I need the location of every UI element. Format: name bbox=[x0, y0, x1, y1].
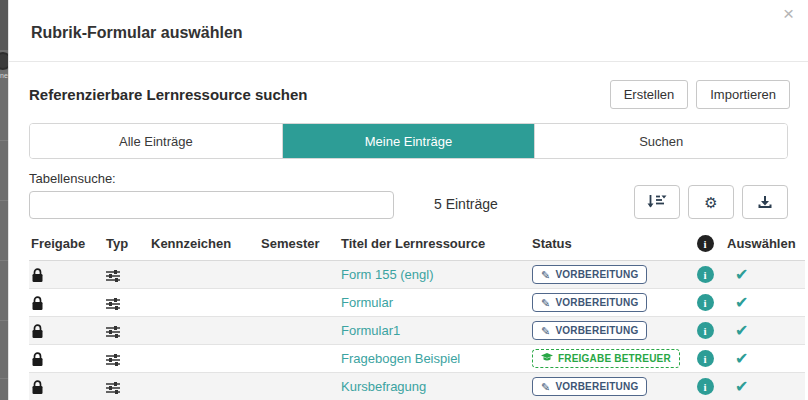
status-badge: ✎ VORBEREITUNG bbox=[532, 265, 647, 284]
backdrop-line bbox=[0, 140, 8, 141]
select-check-icon[interactable]: ✔ bbox=[727, 293, 748, 312]
status-cell: ✎ VORBEREITUNG bbox=[530, 373, 685, 400]
table-header-row: Freigabe Typ Kennzeichen Semester Titel … bbox=[29, 229, 805, 261]
backdrop-line bbox=[0, 378, 8, 379]
tab-my-entries[interactable]: Meine Einträge bbox=[283, 124, 536, 158]
pencil-icon: ✎ bbox=[541, 270, 550, 280]
row-info-icon[interactable]: i bbox=[697, 322, 714, 339]
resource-title-link[interactable]: Formular1 bbox=[341, 323, 400, 338]
select-check-icon[interactable]: ✔ bbox=[727, 321, 748, 340]
resource-title-link[interactable]: Fragebogen Beispiel bbox=[341, 351, 460, 366]
lock-icon bbox=[31, 352, 44, 367]
typ-cell bbox=[104, 373, 149, 400]
info-icon: i bbox=[697, 235, 714, 252]
lock-icon bbox=[31, 268, 44, 283]
semester-cell bbox=[259, 261, 339, 289]
backdrop-line bbox=[0, 200, 8, 201]
status-badge: ✎ VORBEREITUNG bbox=[532, 293, 647, 312]
table-row: Fragebogen Beispiel FREIGABE BETREUER i … bbox=[29, 345, 805, 373]
select-check-icon[interactable]: ✔ bbox=[727, 377, 748, 396]
create-button[interactable]: Erstellen bbox=[610, 80, 689, 109]
col-semester: Semester bbox=[259, 229, 339, 261]
typ-cell bbox=[104, 289, 149, 317]
table-row: Form 155 (engl) ✎ VORBEREITUNG i ✔ bbox=[29, 261, 805, 289]
dialog-header: Rubrik-Formular auswählen × bbox=[9, 0, 808, 62]
status-cell: FREIGABE BETREUER bbox=[530, 345, 685, 373]
lock-icon bbox=[31, 380, 44, 395]
table-row: Kursbefragung ✎ VORBEREITUNG i ✔ bbox=[29, 373, 805, 400]
backdrop-partial-text: ne bbox=[0, 72, 8, 80]
resource-title-link[interactable]: Kursbefragung bbox=[341, 379, 426, 394]
freigabe-cell bbox=[29, 261, 104, 289]
kennzeichen-cell bbox=[149, 289, 259, 317]
typ-cell bbox=[104, 317, 149, 345]
page-backdrop: ne bbox=[0, 0, 8, 400]
status-cell: ✎ VORBEREITUNG bbox=[530, 317, 685, 345]
entry-count: 5 Einträge bbox=[434, 196, 498, 212]
typ-cell bbox=[104, 345, 149, 373]
row-info-icon[interactable]: i bbox=[697, 294, 714, 311]
freigabe-cell bbox=[29, 345, 104, 373]
row-info-icon[interactable]: i bbox=[697, 350, 714, 367]
table-row: Formular ✎ VORBEREITUNG i ✔ bbox=[29, 289, 805, 317]
freigabe-cell bbox=[29, 373, 104, 400]
semester-cell bbox=[259, 289, 339, 317]
col-auswaehlen: Auswählen bbox=[725, 229, 805, 261]
resource-title-link[interactable]: Form 155 (engl) bbox=[341, 267, 433, 282]
backdrop-line bbox=[0, 320, 8, 321]
typ-cell bbox=[104, 261, 149, 289]
learning-resources-table: Freigabe Typ Kennzeichen Semester Titel … bbox=[29, 229, 805, 400]
sort-amount-icon bbox=[646, 194, 668, 210]
status-badge: ✎ VORBEREITUNG bbox=[532, 377, 647, 396]
entries-tab-bar: Alle Einträge Meine Einträge Suchen bbox=[29, 123, 788, 159]
kennzeichen-cell bbox=[149, 261, 259, 289]
resource-title-link[interactable]: Formular bbox=[341, 295, 393, 310]
table-row: Formular1 ✎ VORBEREITUNG i ✔ bbox=[29, 317, 805, 345]
semester-cell bbox=[259, 317, 339, 345]
sliders-icon bbox=[106, 270, 120, 282]
backdrop-band bbox=[0, 0, 8, 50]
semester-cell bbox=[259, 373, 339, 400]
col-freigabe: Freigabe bbox=[29, 229, 104, 261]
row-info-icon[interactable]: i bbox=[697, 378, 714, 395]
graduation-cap-icon bbox=[541, 353, 553, 364]
sliders-icon bbox=[106, 382, 120, 394]
row-info-icon[interactable]: i bbox=[697, 266, 714, 283]
pencil-icon: ✎ bbox=[541, 382, 550, 392]
select-check-icon[interactable]: ✔ bbox=[727, 265, 748, 284]
tab-search[interactable]: Suchen bbox=[535, 124, 787, 158]
section-heading: Referenzierbare Lernressource suchen bbox=[29, 86, 602, 103]
import-button[interactable]: Importieren bbox=[696, 80, 790, 109]
col-kennzeichen: Kennzeichen bbox=[149, 229, 259, 261]
sort-button[interactable] bbox=[634, 185, 680, 219]
status-badge: ✎ VORBEREITUNG bbox=[532, 321, 647, 340]
rubric-form-select-dialog: Rubrik-Formular auswählen × Referenzierb… bbox=[8, 0, 808, 400]
col-info: i bbox=[685, 229, 725, 261]
freigabe-cell bbox=[29, 317, 104, 345]
download-button[interactable] bbox=[742, 185, 788, 219]
table-search-label: Tabellensuche: bbox=[29, 171, 116, 186]
table-search-input[interactable] bbox=[29, 191, 394, 219]
kennzeichen-cell bbox=[149, 373, 259, 400]
col-status: Status bbox=[530, 229, 685, 261]
kennzeichen-cell bbox=[149, 345, 259, 373]
select-check-icon[interactable]: ✔ bbox=[727, 349, 748, 368]
close-icon[interactable]: × bbox=[783, 4, 794, 24]
freigabe-cell bbox=[29, 289, 104, 317]
status-cell: ✎ VORBEREITUNG bbox=[530, 261, 685, 289]
pencil-icon: ✎ bbox=[541, 326, 550, 336]
gear-icon: ⚙ bbox=[704, 195, 717, 210]
sliders-icon bbox=[106, 354, 120, 366]
settings-button[interactable]: ⚙ bbox=[688, 185, 734, 219]
lock-icon bbox=[31, 296, 44, 311]
tab-all-entries[interactable]: Alle Einträge bbox=[30, 124, 283, 158]
dialog-title: Rubrik-Formular auswählen bbox=[31, 24, 243, 42]
backdrop-line bbox=[0, 260, 8, 261]
sliders-icon bbox=[106, 298, 120, 310]
sliders-icon bbox=[106, 326, 120, 338]
lock-icon bbox=[31, 324, 44, 339]
status-cell: ✎ VORBEREITUNG bbox=[530, 289, 685, 317]
semester-cell bbox=[259, 345, 339, 373]
col-typ: Typ bbox=[104, 229, 149, 261]
kennzeichen-cell bbox=[149, 317, 259, 345]
